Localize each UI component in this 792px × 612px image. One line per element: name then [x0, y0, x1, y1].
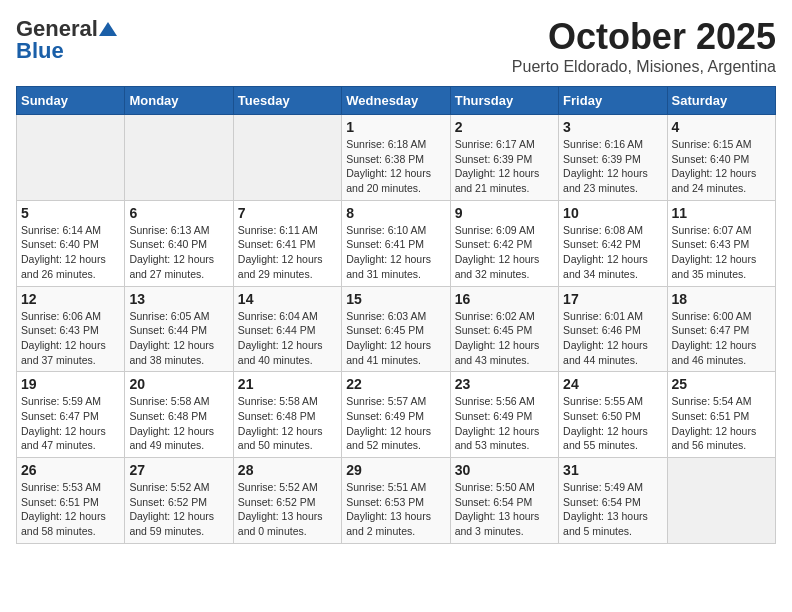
calendar-cell: 8Sunrise: 6:10 AM Sunset: 6:41 PM Daylig… [342, 200, 450, 286]
day-number: 12 [21, 291, 120, 307]
day-info: Sunrise: 6:14 AM Sunset: 6:40 PM Dayligh… [21, 223, 120, 282]
day-info: Sunrise: 6:16 AM Sunset: 6:39 PM Dayligh… [563, 137, 662, 196]
calendar-cell: 12Sunrise: 6:06 AM Sunset: 6:43 PM Dayli… [17, 286, 125, 372]
calendar-cell: 31Sunrise: 5:49 AM Sunset: 6:54 PM Dayli… [559, 458, 667, 544]
day-info: Sunrise: 5:58 AM Sunset: 6:48 PM Dayligh… [238, 394, 337, 453]
weekday-header-sunday: Sunday [17, 87, 125, 115]
calendar-cell: 16Sunrise: 6:02 AM Sunset: 6:45 PM Dayli… [450, 286, 558, 372]
day-info: Sunrise: 6:03 AM Sunset: 6:45 PM Dayligh… [346, 309, 445, 368]
day-number: 19 [21, 376, 120, 392]
day-number: 26 [21, 462, 120, 478]
day-info: Sunrise: 5:51 AM Sunset: 6:53 PM Dayligh… [346, 480, 445, 539]
day-number: 22 [346, 376, 445, 392]
day-info: Sunrise: 5:49 AM Sunset: 6:54 PM Dayligh… [563, 480, 662, 539]
calendar-cell [125, 115, 233, 201]
day-info: Sunrise: 5:50 AM Sunset: 6:54 PM Dayligh… [455, 480, 554, 539]
day-number: 24 [563, 376, 662, 392]
day-info: Sunrise: 6:02 AM Sunset: 6:45 PM Dayligh… [455, 309, 554, 368]
day-number: 14 [238, 291, 337, 307]
day-info: Sunrise: 5:53 AM Sunset: 6:51 PM Dayligh… [21, 480, 120, 539]
weekday-header-thursday: Thursday [450, 87, 558, 115]
day-number: 10 [563, 205, 662, 221]
month-title: October 2025 [512, 16, 776, 58]
day-number: 17 [563, 291, 662, 307]
day-info: Sunrise: 6:11 AM Sunset: 6:41 PM Dayligh… [238, 223, 337, 282]
week-row-2: 5Sunrise: 6:14 AM Sunset: 6:40 PM Daylig… [17, 200, 776, 286]
day-info: Sunrise: 5:52 AM Sunset: 6:52 PM Dayligh… [129, 480, 228, 539]
day-number: 6 [129, 205, 228, 221]
day-info: Sunrise: 5:59 AM Sunset: 6:47 PM Dayligh… [21, 394, 120, 453]
day-number: 21 [238, 376, 337, 392]
day-info: Sunrise: 5:56 AM Sunset: 6:49 PM Dayligh… [455, 394, 554, 453]
calendar-cell: 24Sunrise: 5:55 AM Sunset: 6:50 PM Dayli… [559, 372, 667, 458]
weekday-header-wednesday: Wednesday [342, 87, 450, 115]
day-info: Sunrise: 6:18 AM Sunset: 6:38 PM Dayligh… [346, 137, 445, 196]
day-info: Sunrise: 6:09 AM Sunset: 6:42 PM Dayligh… [455, 223, 554, 282]
day-info: Sunrise: 6:17 AM Sunset: 6:39 PM Dayligh… [455, 137, 554, 196]
day-info: Sunrise: 6:13 AM Sunset: 6:40 PM Dayligh… [129, 223, 228, 282]
calendar-cell: 23Sunrise: 5:56 AM Sunset: 6:49 PM Dayli… [450, 372, 558, 458]
calendar-cell: 15Sunrise: 6:03 AM Sunset: 6:45 PM Dayli… [342, 286, 450, 372]
day-number: 16 [455, 291, 554, 307]
page-header: General Blue October 2025 Puerto Eldorad… [16, 16, 776, 76]
day-info: Sunrise: 6:07 AM Sunset: 6:43 PM Dayligh… [672, 223, 771, 282]
day-info: Sunrise: 6:04 AM Sunset: 6:44 PM Dayligh… [238, 309, 337, 368]
logo-blue-text: Blue [16, 38, 64, 64]
day-number: 5 [21, 205, 120, 221]
day-number: 28 [238, 462, 337, 478]
calendar-cell: 9Sunrise: 6:09 AM Sunset: 6:42 PM Daylig… [450, 200, 558, 286]
weekday-header-friday: Friday [559, 87, 667, 115]
calendar-cell: 13Sunrise: 6:05 AM Sunset: 6:44 PM Dayli… [125, 286, 233, 372]
logo: General Blue [16, 16, 118, 64]
calendar-cell: 10Sunrise: 6:08 AM Sunset: 6:42 PM Dayli… [559, 200, 667, 286]
calendar-cell: 7Sunrise: 6:11 AM Sunset: 6:41 PM Daylig… [233, 200, 341, 286]
calendar-cell: 28Sunrise: 5:52 AM Sunset: 6:52 PM Dayli… [233, 458, 341, 544]
calendar-cell: 30Sunrise: 5:50 AM Sunset: 6:54 PM Dayli… [450, 458, 558, 544]
calendar-cell: 19Sunrise: 5:59 AM Sunset: 6:47 PM Dayli… [17, 372, 125, 458]
day-info: Sunrise: 6:08 AM Sunset: 6:42 PM Dayligh… [563, 223, 662, 282]
week-row-3: 12Sunrise: 6:06 AM Sunset: 6:43 PM Dayli… [17, 286, 776, 372]
calendar-cell: 17Sunrise: 6:01 AM Sunset: 6:46 PM Dayli… [559, 286, 667, 372]
calendar-cell: 20Sunrise: 5:58 AM Sunset: 6:48 PM Dayli… [125, 372, 233, 458]
day-number: 18 [672, 291, 771, 307]
day-info: Sunrise: 5:52 AM Sunset: 6:52 PM Dayligh… [238, 480, 337, 539]
calendar-cell: 27Sunrise: 5:52 AM Sunset: 6:52 PM Dayli… [125, 458, 233, 544]
calendar-cell: 6Sunrise: 6:13 AM Sunset: 6:40 PM Daylig… [125, 200, 233, 286]
calendar-cell: 3Sunrise: 6:16 AM Sunset: 6:39 PM Daylig… [559, 115, 667, 201]
day-info: Sunrise: 6:10 AM Sunset: 6:41 PM Dayligh… [346, 223, 445, 282]
day-number: 3 [563, 119, 662, 135]
day-number: 29 [346, 462, 445, 478]
logo-icon [99, 20, 117, 38]
calendar-cell: 18Sunrise: 6:00 AM Sunset: 6:47 PM Dayli… [667, 286, 775, 372]
day-info: Sunrise: 6:06 AM Sunset: 6:43 PM Dayligh… [21, 309, 120, 368]
calendar-table: SundayMondayTuesdayWednesdayThursdayFrid… [16, 86, 776, 544]
calendar-cell [17, 115, 125, 201]
weekday-header-row: SundayMondayTuesdayWednesdayThursdayFrid… [17, 87, 776, 115]
day-info: Sunrise: 6:15 AM Sunset: 6:40 PM Dayligh… [672, 137, 771, 196]
week-row-4: 19Sunrise: 5:59 AM Sunset: 6:47 PM Dayli… [17, 372, 776, 458]
calendar-cell: 11Sunrise: 6:07 AM Sunset: 6:43 PM Dayli… [667, 200, 775, 286]
weekday-header-monday: Monday [125, 87, 233, 115]
day-number: 1 [346, 119, 445, 135]
weekday-header-saturday: Saturday [667, 87, 775, 115]
day-info: Sunrise: 5:57 AM Sunset: 6:49 PM Dayligh… [346, 394, 445, 453]
day-number: 31 [563, 462, 662, 478]
day-info: Sunrise: 5:54 AM Sunset: 6:51 PM Dayligh… [672, 394, 771, 453]
day-info: Sunrise: 6:01 AM Sunset: 6:46 PM Dayligh… [563, 309, 662, 368]
day-number: 8 [346, 205, 445, 221]
calendar-cell: 25Sunrise: 5:54 AM Sunset: 6:51 PM Dayli… [667, 372, 775, 458]
week-row-1: 1Sunrise: 6:18 AM Sunset: 6:38 PM Daylig… [17, 115, 776, 201]
day-number: 2 [455, 119, 554, 135]
day-number: 4 [672, 119, 771, 135]
calendar-cell: 29Sunrise: 5:51 AM Sunset: 6:53 PM Dayli… [342, 458, 450, 544]
calendar-cell [233, 115, 341, 201]
day-info: Sunrise: 6:05 AM Sunset: 6:44 PM Dayligh… [129, 309, 228, 368]
day-number: 13 [129, 291, 228, 307]
weekday-header-tuesday: Tuesday [233, 87, 341, 115]
day-info: Sunrise: 5:55 AM Sunset: 6:50 PM Dayligh… [563, 394, 662, 453]
svg-marker-0 [99, 22, 117, 36]
location-title: Puerto Eldorado, Misiones, Argentina [512, 58, 776, 76]
day-info: Sunrise: 5:58 AM Sunset: 6:48 PM Dayligh… [129, 394, 228, 453]
day-number: 27 [129, 462, 228, 478]
calendar-cell: 1Sunrise: 6:18 AM Sunset: 6:38 PM Daylig… [342, 115, 450, 201]
